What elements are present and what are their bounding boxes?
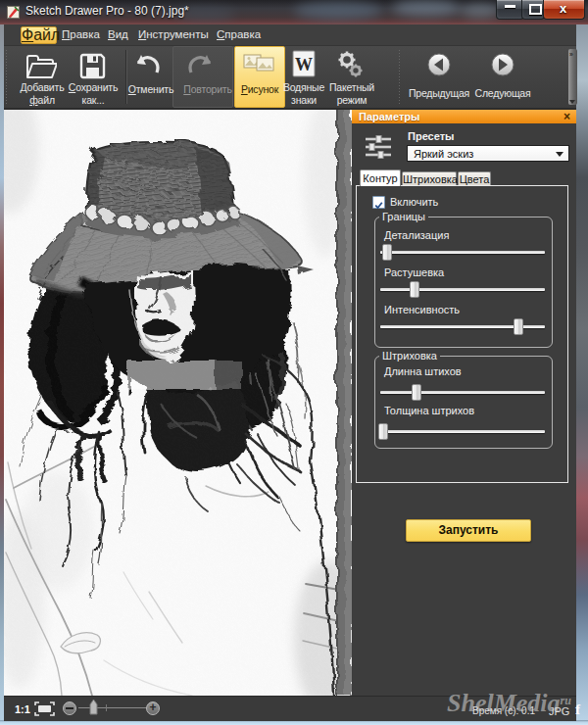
svg-text:W: W xyxy=(295,55,313,74)
